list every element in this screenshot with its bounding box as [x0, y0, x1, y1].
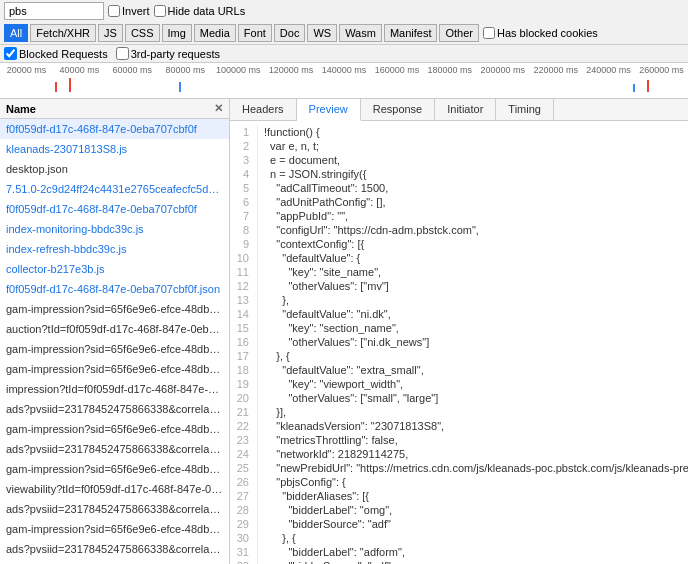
list-item[interactable]: impression?tId=f0f059df-d17c-468f-847e-0… — [0, 379, 229, 399]
code-text: "bidderLabel": "omg", — [264, 503, 392, 517]
list-item[interactable]: gam-impression?sid=65f6e9e6-efce-48db-8d… — [0, 359, 229, 379]
table-row: 13 }, — [230, 293, 688, 307]
line-number: 9 — [230, 237, 258, 251]
list-item[interactable]: index-monitoring-bbdc39c.js — [0, 219, 229, 239]
filter-img[interactable]: Img — [162, 24, 192, 42]
table-row: 3 e = document, — [230, 153, 688, 167]
line-number: 24 — [230, 447, 258, 461]
timeline-bar-blue-1 — [179, 82, 181, 92]
hide-data-urls-checkbox[interactable] — [154, 5, 166, 17]
list-item[interactable]: index-refresh-bbdc39c.js — [0, 239, 229, 259]
code-text: "appPubId": "", — [264, 209, 348, 223]
list-item[interactable]: kleanads-23071813S8.js — [0, 139, 229, 159]
list-item[interactable]: ads?pvsiid=23178452475866338&correlator=… — [0, 439, 229, 459]
invert-checkbox-label: Invert — [108, 5, 150, 17]
list-item[interactable]: f0f059df-d17c-468f-847e-0eba707cbf0f.jso… — [0, 279, 229, 299]
main-layout: Name ✕ f0f059df-d17c-468f-847e-0eba707cb… — [0, 99, 688, 564]
file-list-header: Name ✕ — [0, 99, 229, 119]
filter-all[interactable]: All — [4, 24, 28, 42]
list-item[interactable]: desktop.json — [0, 159, 229, 179]
filter-ws[interactable]: WS — [307, 24, 337, 42]
code-text: e = document, — [264, 153, 340, 167]
code-text: "adUnitPathConfig": [], — [264, 195, 386, 209]
filter-css[interactable]: CSS — [125, 24, 160, 42]
code-text: "bidderSource": "adf" — [264, 559, 391, 564]
table-row: 7 "appPubId": "", — [230, 209, 688, 223]
close-panel-button[interactable]: ✕ — [214, 102, 223, 115]
filter-fetch-xhr[interactable]: Fetch/XHR — [30, 24, 96, 42]
timeline-label: 140000 ms — [318, 65, 371, 75]
line-number: 14 — [230, 307, 258, 321]
list-item[interactable]: ads?pvsiid=23178452475866338&correlator=… — [0, 539, 229, 559]
code-text: "key": "viewport_width", — [264, 377, 403, 391]
file-list-title: Name — [6, 103, 36, 115]
line-number: 22 — [230, 419, 258, 433]
timeline-label: 240000 ms — [582, 65, 635, 75]
filter-font[interactable]: Font — [238, 24, 272, 42]
list-item[interactable]: viewability?tId=f0f059df-d17c-468f-847e-… — [0, 479, 229, 499]
file-list: f0f059df-d17c-468f-847e-0eba707cbf0fklea… — [0, 119, 229, 564]
list-item[interactable]: f0f059df-d17c-468f-847e-0eba707cbf0f — [0, 119, 229, 139]
blocked-cookies-checkbox[interactable] — [483, 27, 495, 39]
filter-doc[interactable]: Doc — [274, 24, 306, 42]
line-number: 23 — [230, 433, 258, 447]
code-text: "bidderAliases": [{ — [264, 489, 369, 503]
code-text: "newPrebidUrl": "https://metrics.cdn.com… — [264, 461, 688, 475]
timeline-bar-red-2 — [69, 78, 71, 92]
timeline-labels: 20000 ms40000 ms60000 ms80000 ms100000 m… — [0, 65, 688, 75]
filter-js[interactable]: JS — [98, 24, 123, 42]
line-number: 12 — [230, 279, 258, 293]
timeline-label: 180000 ms — [423, 65, 476, 75]
list-item[interactable]: gam-impression?sid=65f6e9e6-efce-48db-8d… — [0, 459, 229, 479]
list-item[interactable]: auction?tId=f0f059df-d17c-468f-847e-0eba… — [0, 319, 229, 339]
code-text: }, { — [264, 349, 290, 363]
tab-timing[interactable]: Timing — [496, 99, 554, 120]
invert-checkbox[interactable] — [108, 5, 120, 17]
tab-headers[interactable]: Headers — [230, 99, 297, 120]
list-item[interactable]: ads?pvsiid=23178452475866338&correlator=… — [0, 399, 229, 419]
third-party-checkbox[interactable] — [116, 47, 129, 60]
list-item[interactable]: collector-b217e3b.js — [0, 259, 229, 279]
list-item[interactable]: gam-impression?sid=65f6e9e6-efce-48db-8d… — [0, 519, 229, 539]
third-party-label: 3rd-party requests — [116, 47, 220, 60]
table-row: 30 }, { — [230, 531, 688, 545]
table-row: 31 "bidderLabel": "adform", — [230, 545, 688, 559]
table-row: 19 "key": "viewport_width", — [230, 377, 688, 391]
filter-other[interactable]: Other — [439, 24, 479, 42]
list-item[interactable]: gam-impression?sid=65f6e9e6-efce-48db-8d… — [0, 559, 229, 564]
line-number: 31 — [230, 545, 258, 559]
timeline-label: 120000 ms — [265, 65, 318, 75]
list-item[interactable]: 7.51.0-2c9d24ff24c4431e2765ceafecfc5d069… — [0, 179, 229, 199]
table-row: 16 "otherValues": ["ni.dk_news"] — [230, 335, 688, 349]
line-number: 10 — [230, 251, 258, 265]
list-item[interactable]: gam-impression?sid=65f6e9e6-efce-48db-8d… — [0, 339, 229, 359]
timeline-label: 100000 ms — [212, 65, 265, 75]
code-text: "otherValues": ["small", "large"] — [264, 391, 438, 405]
line-number: 8 — [230, 223, 258, 237]
table-row: 5 "adCallTimeout": 1500, — [230, 181, 688, 195]
code-text: "otherValues": ["ni.dk_news"] — [264, 335, 429, 349]
timeline-label: 20000 ms — [0, 65, 53, 75]
code-text: "metricsThrottling": false, — [264, 433, 398, 447]
blocked-requests-checkbox[interactable] — [4, 47, 17, 60]
table-row: 18 "defaultValue": "extra_small", — [230, 363, 688, 377]
filter-media[interactable]: Media — [194, 24, 236, 42]
list-item[interactable]: gam-impression?sid=65f6e9e6-efce-48db-8d… — [0, 299, 229, 319]
line-number: 11 — [230, 265, 258, 279]
tab-response[interactable]: Response — [361, 99, 436, 120]
timeline-label: 260000 ms — [635, 65, 688, 75]
list-item[interactable]: f0f059df-d17c-468f-847e-0eba707cbf0f — [0, 199, 229, 219]
filter-manifest[interactable]: Manifest — [384, 24, 438, 42]
timeline-label: 160000 ms — [370, 65, 423, 75]
tab-preview[interactable]: Preview — [297, 99, 361, 121]
list-item[interactable]: gam-impression?sid=65f6e9e6-efce-48db-8d… — [0, 419, 229, 439]
filter-wasm[interactable]: Wasm — [339, 24, 382, 42]
code-text: !function() { — [264, 125, 320, 139]
line-number: 4 — [230, 167, 258, 181]
tab-initiator[interactable]: Initiator — [435, 99, 496, 120]
line-number: 6 — [230, 195, 258, 209]
table-row: 29 "bidderSource": "adf" — [230, 517, 688, 531]
search-input[interactable] — [4, 2, 104, 20]
table-row: 15 "key": "section_name", — [230, 321, 688, 335]
list-item[interactable]: ads?pvsiid=23178452475866338&correlator=… — [0, 499, 229, 519]
